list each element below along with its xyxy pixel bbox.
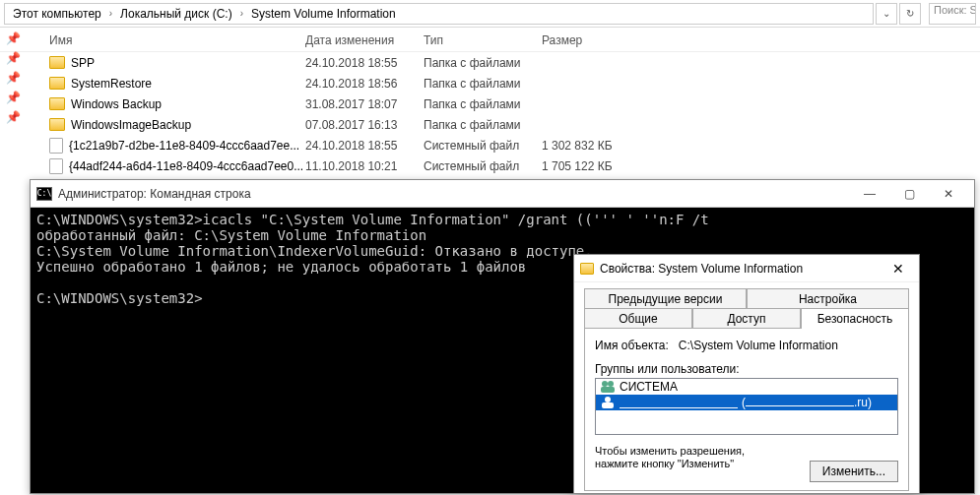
search-input[interactable]: Поиск: S [929,3,976,25]
tab-general[interactable]: Общие [584,308,692,329]
file-size: 1 705 122 КБ [542,159,660,173]
file-list: SPP24.10.2018 18:55Папка с файламиSystem… [0,52,980,176]
file-type: Системный файл [424,139,542,153]
file-date: 11.10.2018 10:21 [305,159,424,173]
group-item-user[interactable]: (.ru) [596,395,897,410]
svg-point-3 [605,397,611,402]
file-type: Папка с файлами [424,97,542,111]
pin-icon: 📌 [6,51,22,67]
svg-rect-4 [602,402,614,408]
pin-icon: 📌 [6,91,22,106]
cmd-title: Администратор: Командная строка [58,187,844,201]
svg-point-1 [608,381,614,387]
svg-point-0 [602,381,608,387]
tab-access[interactable]: Доступ [692,308,801,329]
cmd-icon: C:\ [36,187,52,201]
crumb-this-pc[interactable]: Этот компьютер [9,7,105,21]
maximize-button[interactable]: ▢ [889,184,929,204]
quick-access-pins: 📌 📌 📌 📌 📌 [0,28,28,130]
file-name: {44adf244-a6d4-11e8-8409-4ccc6aad7ee0... [69,159,303,173]
pin-icon: 📌 [6,31,22,47]
file-icon [49,138,63,154]
tab-settings[interactable]: Настройка [747,288,909,309]
history-dropdown-button[interactable]: ⌄ [876,3,897,25]
file-row[interactable]: SPP24.10.2018 18:55Папка с файлами [49,52,980,73]
breadcrumb[interactable]: Этот компьютер › Локальный диск (C:) › S… [4,3,874,25]
file-row[interactable]: {44adf244-a6d4-11e8-8409-4ccc6aad7ee0...… [49,155,980,176]
tab-security[interactable]: Безопасность [801,308,909,329]
file-row[interactable]: Windows Backup31.08.2017 18:07Папка с фа… [49,93,980,114]
chevron-right-icon: › [105,8,116,19]
file-type: Папка с файлами [424,118,542,132]
pin-icon: 📌 [6,71,22,87]
tab-previous-versions[interactable]: Предыдущие версии [584,288,747,309]
file-list-header: Имя Дата изменения Тип Размер [0,28,980,52]
folder-icon [49,97,65,110]
file-row[interactable]: WindowsImageBackup07.08.2017 16:13Папка … [49,114,980,135]
object-name-label: Имя объекта: [595,339,669,352]
refresh-button[interactable]: ↻ [899,3,921,25]
file-name: SPP [71,56,95,70]
col-header-date[interactable]: Дата изменения [305,33,424,47]
file-name: {1c21a9b7-d2be-11e8-8409-4ccc6aad7ee... [69,139,299,153]
folder-icon [49,56,65,69]
file-type: Папка с файлами [424,56,542,70]
file-date: 24.10.2018 18:55 [305,56,424,70]
group-name-redacted [620,397,738,408]
group-name: СИСТЕМА [620,380,678,394]
properties-dialog: Свойства: System Volume Information ✕ Пр… [573,254,920,494]
file-name: Windows Backup [71,97,162,111]
groups-label: Группы или пользователи: [595,362,898,376]
col-header-size[interactable]: Размер [542,33,660,47]
user-icon [600,396,616,409]
permission-note: Чтобы изменить разрешения, нажмите кнопк… [595,445,792,470]
group-item-system[interactable]: СИСТЕМА [596,379,897,395]
users-icon [600,380,616,394]
file-name: SystemRestore [71,77,152,91]
chevron-right-icon: › [236,8,247,19]
crumb-folder[interactable]: System Volume Information [247,7,400,21]
folder-icon [49,118,65,131]
cmd-titlebar[interactable]: C:\ Администратор: Командная строка — ▢ … [31,180,974,208]
change-button[interactable]: Изменить... [810,461,898,482]
file-date: 24.10.2018 18:55 [305,139,424,153]
file-name: WindowsImageBackup [71,118,191,132]
file-type: Папка с файлами [424,77,542,91]
svg-rect-2 [601,387,615,393]
properties-titlebar[interactable]: Свойства: System Volume Information ✕ [574,255,919,282]
folder-icon [49,77,65,90]
file-type: Системный файл [424,159,542,173]
crumb-drive[interactable]: Локальный диск (C:) [116,7,236,21]
file-date: 07.08.2017 16:13 [305,118,424,132]
col-header-type[interactable]: Тип [424,33,542,47]
close-button[interactable]: ✕ [929,184,968,204]
file-date: 24.10.2018 18:56 [305,77,424,91]
group-name-suffix: (.ru) [742,396,872,409]
minimize-button[interactable]: — [850,184,889,204]
file-date: 31.08.2017 18:07 [305,97,424,111]
object-name-value: C:\System Volume Information [679,339,838,352]
col-header-name[interactable]: Имя [49,33,305,47]
tab-content-security: Имя объекта: C:\System Volume Informatio… [584,328,909,491]
close-button[interactable]: ✕ [883,259,913,278]
pin-icon: 📌 [6,110,22,126]
properties-title: Свойства: System Volume Information [600,262,878,276]
file-row[interactable]: SystemRestore24.10.2018 18:56Папка с фай… [49,73,980,93]
file-size: 1 302 832 КБ [542,139,660,153]
groups-list[interactable]: СИСТЕМА (.ru) [595,378,898,435]
folder-icon [580,263,594,275]
file-icon [49,158,63,174]
file-row[interactable]: {1c21a9b7-d2be-11e8-8409-4ccc6aad7ee...2… [49,135,980,155]
